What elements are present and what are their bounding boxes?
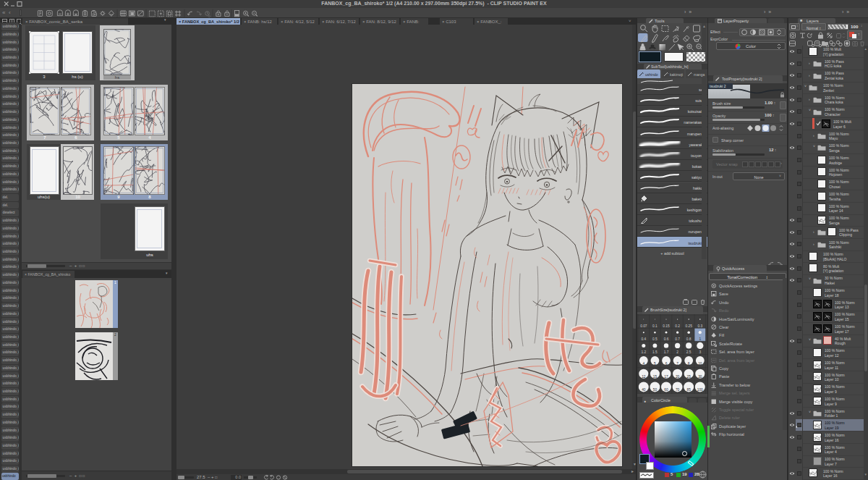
svg-text:1.2: 1.2 — [641, 350, 646, 354]
svg-text:30: 30 — [698, 375, 702, 379]
svg-text:1: 1 — [699, 337, 701, 341]
svg-text:7: 7 — [676, 362, 678, 366]
svg-text:100: 100 — [697, 388, 703, 392]
svg-text:4: 4 — [642, 362, 644, 366]
svg-text:2.5: 2.5 — [686, 350, 692, 354]
svg-text:5: 5 — [654, 362, 656, 366]
svg-text:20: 20 — [676, 375, 680, 379]
svg-text:60: 60 — [664, 388, 668, 392]
svg-text:0.4: 0.4 — [641, 337, 646, 341]
svg-text:0.2: 0.2 — [675, 324, 680, 328]
svg-text:50: 50 — [653, 388, 658, 392]
svg-text:0.15: 0.15 — [663, 324, 670, 328]
svg-text:0.6: 0.6 — [664, 337, 669, 341]
svg-text:0.7: 0.7 — [675, 337, 680, 341]
svg-text:40: 40 — [642, 388, 646, 392]
svg-text:6: 6 — [665, 362, 668, 366]
svg-text:10: 10 — [698, 362, 702, 366]
svg-text:2: 2 — [676, 350, 678, 354]
svg-text:12: 12 — [642, 375, 646, 379]
svg-text:15: 15 — [653, 375, 658, 379]
svg-text:25: 25 — [687, 375, 692, 379]
svg-text:1.5: 1.5 — [652, 350, 658, 354]
svg-text:0.5: 0.5 — [652, 337, 658, 341]
svg-text:3: 3 — [699, 350, 701, 354]
svg-text:85: 85 — [687, 388, 692, 392]
svg-text:0.3: 0.3 — [697, 324, 702, 328]
svg-text:1.7: 1.7 — [664, 350, 669, 354]
svg-text:0.07: 0.07 — [640, 324, 647, 328]
svg-text:70: 70 — [676, 388, 680, 392]
svg-text:0.1: 0.1 — [652, 324, 658, 328]
svg-text:8: 8 — [688, 362, 690, 366]
svg-text:17: 17 — [664, 375, 668, 379]
svg-text:0.8: 0.8 — [686, 337, 692, 341]
svg-text:0.25: 0.25 — [686, 324, 693, 328]
